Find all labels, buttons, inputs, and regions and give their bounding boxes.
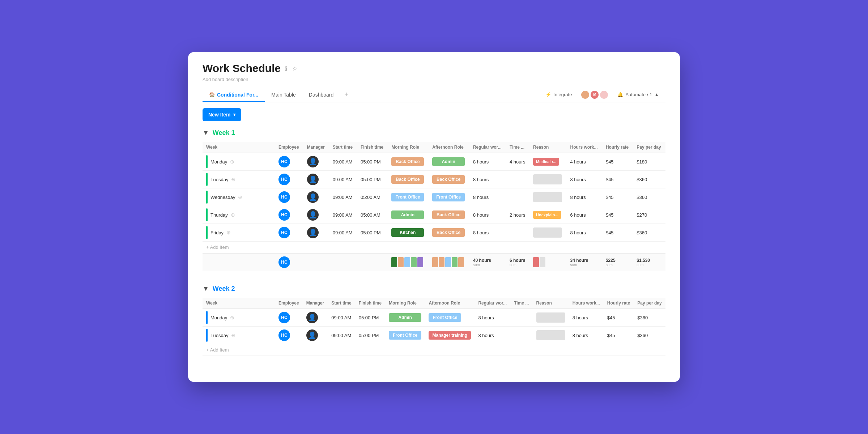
hours-worked-cell: 4 hours <box>566 153 602 171</box>
manager-icon: 👤 <box>307 209 319 221</box>
star-button[interactable]: ☆ <box>292 64 298 73</box>
afternoon-role-badge[interactable]: Manager training <box>429 331 471 340</box>
add-item-row[interactable]: + Add Item <box>203 242 665 254</box>
hours-worked-cell: 8 hours <box>569 309 604 327</box>
morning-role-badge[interactable]: Front Office <box>391 193 424 201</box>
reason-cell <box>529 171 567 188</box>
afternoon-role-cell: Back Office <box>429 224 469 242</box>
add-row-icon[interactable]: ⊕ <box>231 212 235 218</box>
hours-worked-cell: 8 hours <box>566 171 602 188</box>
afternoon-chip <box>458 257 464 267</box>
group-week2-toggle[interactable]: ▼ <box>203 285 209 293</box>
morning-role-badge[interactable]: Back Office <box>391 175 424 184</box>
col-afternoon: Afternoon Role <box>425 298 475 309</box>
add-row-icon[interactable]: ⊕ <box>230 315 234 320</box>
pay-per-day-cell: $360 <box>634 309 665 327</box>
page-header: Work Schedule ℹ ☆ Add board description … <box>188 52 680 102</box>
tab-dashboard[interactable]: Dashboard <box>302 88 340 102</box>
afternoon-role-badge[interactable]: Back Office <box>432 228 465 237</box>
add-item-cell[interactable]: + Add Item <box>203 344 665 356</box>
manager-cell: 👤 <box>303 171 329 188</box>
col-finish: Finish time <box>357 142 388 153</box>
regular-hours-cell: 8 hours <box>469 188 506 206</box>
tab-conditional-label: Conditional For... <box>217 92 258 98</box>
add-item-cell[interactable]: + Add Item <box>203 242 665 254</box>
tabs-right: ⚡ Integrate M 🔔 Automate / 1 ▲ <box>542 90 665 99</box>
pay-per-day-cell: $360 <box>633 224 665 242</box>
col-timeoff: Time ... <box>506 142 529 153</box>
add-row-icon[interactable]: ⊕ <box>238 194 242 200</box>
summary-finish <box>357 253 388 271</box>
summary-timeoff-value: 6 hours <box>510 258 525 263</box>
regular-hours-cell: 8 hours <box>469 153 506 171</box>
afternoon-role-badge[interactable]: Back Office <box>432 210 465 219</box>
hourly-rate-cell: $45 <box>602 153 633 171</box>
table-row: Wednesday ⊕ HC 👤 09:00 AM 05:00 AM Front… <box>203 188 665 206</box>
morning-role-badge[interactable]: Kitchen <box>391 228 424 237</box>
afternoon-role-badge[interactable]: Front Office <box>429 313 461 322</box>
col-day: Week <box>203 142 275 153</box>
employee-cell: HC <box>275 188 303 206</box>
reason-cell <box>529 224 567 242</box>
employee-cell: HC <box>275 309 303 327</box>
morning-role-badge[interactable]: Admin <box>389 313 421 322</box>
reason-badge[interactable]: Medical r... <box>533 158 559 166</box>
morning-role-badge[interactable]: Front Office <box>389 331 421 340</box>
service-icons: M <box>581 91 608 99</box>
group-week2: ▼ Week 2 Week Employee Manager Start tim… <box>203 283 665 356</box>
service-icon-2: M <box>591 91 599 99</box>
add-row-icon[interactable]: ⊕ <box>231 332 235 338</box>
tab-main-table[interactable]: Main Table <box>265 88 302 102</box>
tab-conditional[interactable]: 🏠 Conditional For... <box>203 88 265 102</box>
pay-per-day-cell: $360 <box>634 327 665 344</box>
morning-role-badge[interactable]: Admin <box>391 210 424 219</box>
col-manager: Manager <box>303 142 329 153</box>
afternoon-role-badge[interactable]: Front Office <box>432 193 465 201</box>
start-time-cell: 09:00 AM <box>329 171 357 188</box>
group-week1-toggle[interactable]: ▼ <box>203 129 209 137</box>
add-row-icon[interactable]: ⊕ <box>230 159 234 165</box>
morning-role-cell: Front Office <box>388 188 429 206</box>
summary-timeoff: 6 hours sum <box>506 253 529 271</box>
afternoon-chip <box>452 257 458 267</box>
summary-pay-label: sum <box>637 263 662 267</box>
summary-hours-worked-label: sum <box>570 263 598 267</box>
manager-icon: 👤 <box>306 312 318 323</box>
afternoon-role-badge[interactable]: Back Office <box>432 175 465 184</box>
time-off-cell <box>506 224 529 242</box>
add-row-icon[interactable]: ⊕ <box>231 176 235 182</box>
afternoon-chips <box>432 257 466 267</box>
afternoon-role-cell: Admin <box>429 153 469 171</box>
day-label: Thurday <box>210 212 228 218</box>
color-bar <box>206 155 208 168</box>
tab-add-button[interactable]: + <box>340 87 353 102</box>
reason-cell <box>529 188 567 206</box>
toolbar: New Item ▾ <box>188 102 680 127</box>
page-title: Work Schedule <box>203 62 281 75</box>
reason-badge[interactable]: Unexplain... <box>533 211 561 219</box>
new-item-label: New Item <box>208 112 230 118</box>
time-off-cell <box>506 171 529 188</box>
col-morning: Morning Role <box>385 298 425 309</box>
info-button[interactable]: ℹ <box>284 64 288 73</box>
summary-pay-value: $1,530 <box>637 258 650 263</box>
manager-cell: 👤 <box>303 153 329 171</box>
chevron-down-icon: ▾ <box>233 112 235 117</box>
page-description[interactable]: Add board description <box>203 77 665 82</box>
col-hourly-rate: Hourly rate <box>604 298 634 309</box>
afternoon-role-badge[interactable]: Admin <box>432 157 465 166</box>
integrate-button[interactable]: ⚡ Integrate <box>542 90 575 99</box>
automate-button[interactable]: 🔔 Automate / 1 ▲ <box>614 90 663 99</box>
summary-regular-label: sum <box>473 263 502 267</box>
add-item-row[interactable]: + Add Item <box>203 344 665 356</box>
start-time-cell: 09:00 AM <box>328 309 355 327</box>
employee-cell: HC <box>275 224 303 242</box>
start-time-cell: 09:00 AM <box>329 206 357 224</box>
day-label: Tuesday <box>210 333 228 338</box>
new-item-button[interactable]: New Item ▾ <box>203 108 241 121</box>
morning-role-badge[interactable]: Back Office <box>391 157 424 166</box>
day-cell: Friday ⊕ <box>203 224 275 242</box>
integrate-icon: ⚡ <box>545 92 551 97</box>
reason-empty <box>536 330 565 340</box>
add-row-icon[interactable]: ⊕ <box>226 230 231 235</box>
